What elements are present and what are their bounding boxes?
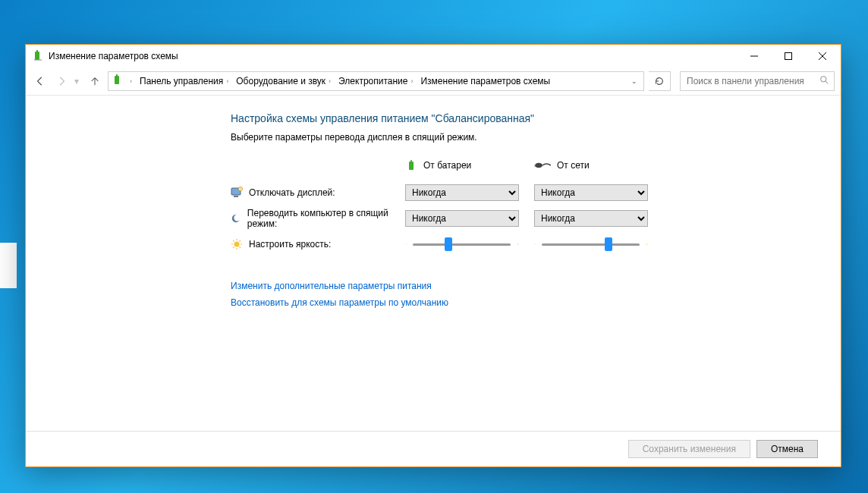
page-subtext: Выберите параметры перевода дисплея в сп… bbox=[231, 132, 747, 143]
search-icon bbox=[819, 75, 829, 87]
column-header-battery: От батареи bbox=[405, 159, 527, 182]
plug-icon bbox=[534, 161, 551, 170]
svg-rect-1 bbox=[36, 50, 38, 52]
select-sleep-battery[interactable]: Никогда bbox=[405, 210, 519, 227]
svg-point-20 bbox=[646, 243, 647, 244]
svg-rect-9 bbox=[534, 165, 536, 165]
breadcrumb-current[interactable]: Изменение параметров схемы bbox=[419, 76, 552, 86]
moon-icon bbox=[231, 212, 241, 225]
breadcrumb-hardware-sound[interactable]: Оборудование и звук› bbox=[234, 76, 334, 86]
svg-rect-7 bbox=[410, 160, 412, 162]
footer-bar: Сохранить изменения Отмена bbox=[26, 431, 841, 466]
control-panel-window: Изменение параметров схемы ▾ › Панель уп… bbox=[25, 44, 841, 467]
cancel-button[interactable]: Отмена bbox=[756, 440, 818, 458]
titlebar: Изменение параметров схемы bbox=[26, 45, 841, 68]
desktop-background-stripe bbox=[0, 243, 17, 288]
select-display-plugged[interactable]: Никогда bbox=[534, 184, 648, 201]
window-title: Изменение параметров схемы bbox=[49, 51, 178, 61]
page-heading: Настройка схемы управления питанием "Сба… bbox=[231, 112, 747, 124]
save-button[interactable]: Сохранить изменения bbox=[628, 440, 750, 458]
search-input[interactable] bbox=[685, 75, 819, 87]
svg-point-5 bbox=[821, 77, 826, 82]
power-plan-icon-small bbox=[112, 74, 124, 89]
sun-bright-icon bbox=[646, 238, 648, 250]
history-dropdown[interactable]: ▾ bbox=[74, 76, 82, 86]
svg-point-19 bbox=[535, 244, 536, 245]
svg-rect-6 bbox=[409, 162, 414, 170]
svg-point-15 bbox=[234, 215, 241, 221]
breadcrumb-control-panel[interactable]: Панель управления› bbox=[138, 76, 231, 86]
address-dropdown[interactable]: ⌄ bbox=[628, 77, 640, 85]
links-section: Изменить дополнительные параметры питани… bbox=[231, 281, 747, 308]
breadcrumb-root-chevron[interactable]: › bbox=[127, 77, 135, 85]
sun-icon bbox=[231, 238, 243, 250]
svg-point-8 bbox=[535, 163, 542, 168]
sun-bright-icon bbox=[517, 238, 519, 250]
sun-dim-icon bbox=[405, 240, 407, 249]
slider-brightness-plugged[interactable] bbox=[542, 243, 640, 246]
svg-point-18 bbox=[517, 243, 518, 244]
search-box[interactable] bbox=[680, 71, 835, 91]
close-button[interactable] bbox=[805, 46, 839, 68]
nav-row: ▾ › Панель управления› Оборудование и зв… bbox=[26, 68, 841, 96]
forward-button[interactable] bbox=[53, 73, 70, 89]
select-display-battery[interactable]: Никогда bbox=[405, 184, 519, 201]
slider-brightness-battery[interactable] bbox=[413, 243, 511, 246]
svg-point-17 bbox=[406, 244, 407, 245]
address-bar[interactable]: › Панель управления› Оборудование и звук… bbox=[108, 71, 644, 91]
svg-rect-4 bbox=[116, 74, 118, 76]
svg-rect-3 bbox=[115, 76, 119, 84]
svg-rect-10 bbox=[534, 166, 536, 167]
svg-point-16 bbox=[234, 242, 240, 247]
back-button[interactable] bbox=[32, 73, 49, 89]
power-plan-icon bbox=[32, 50, 44, 62]
battery-icon bbox=[405, 159, 417, 171]
content-area: Настройка схемы управления питанием "Сба… bbox=[26, 96, 841, 449]
sun-dim-icon bbox=[534, 240, 536, 249]
column-header-plugged: От сети bbox=[534, 160, 656, 181]
label-brightness: Настроить яркость: bbox=[231, 234, 398, 255]
svg-rect-12 bbox=[234, 196, 238, 197]
settings-grid: От батареи От сети Отключать дисплей: Ни… bbox=[231, 159, 747, 255]
monitor-icon bbox=[231, 187, 243, 199]
up-button[interactable] bbox=[86, 73, 103, 89]
link-advanced-power-settings[interactable]: Изменить дополнительные параметры питани… bbox=[231, 281, 747, 291]
select-sleep-plugged[interactable]: Никогда bbox=[534, 210, 648, 227]
minimize-button[interactable] bbox=[737, 46, 771, 68]
label-turn-off-display: Отключать дисплей: bbox=[231, 182, 398, 203]
maximize-button[interactable] bbox=[771, 46, 805, 68]
label-sleep: Переводить компьютер в спящий режим: bbox=[231, 203, 398, 234]
refresh-button[interactable] bbox=[649, 71, 671, 91]
svg-rect-2 bbox=[785, 53, 791, 60]
breadcrumb-power-options[interactable]: Электропитание› bbox=[337, 76, 416, 86]
svg-rect-0 bbox=[35, 52, 39, 60]
link-restore-defaults[interactable]: Восстановить для схемы параметры по умол… bbox=[231, 297, 747, 308]
